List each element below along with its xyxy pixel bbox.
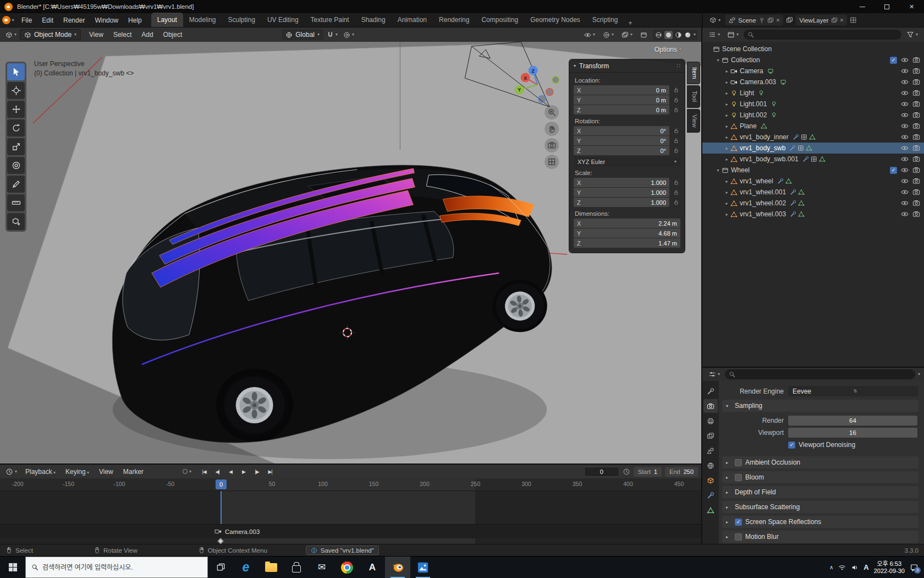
scale-z-field[interactable]: Z1.000 — [574, 198, 669, 207]
rotation-y-field[interactable]: Y0° — [574, 136, 669, 145]
viewport-samples-field[interactable]: 16 — [788, 428, 917, 438]
start-button[interactable] — [0, 557, 25, 578]
zoom-button[interactable] — [544, 105, 559, 119]
editor-type-button[interactable]: ▾ — [706, 29, 722, 40]
outliner-row[interactable]: ▸Camera — [702, 66, 924, 77]
taskbar-search[interactable] — [25, 557, 208, 578]
jump-start-button[interactable]: |◀ — [198, 467, 210, 477]
scene-selector[interactable]: Scene✕ — [725, 15, 783, 25]
visibility-toggle-icon[interactable] — [901, 166, 909, 174]
properties-options-icon[interactable]: ▾ — [918, 372, 920, 377]
tool-measure[interactable] — [7, 194, 25, 211]
lock-icon[interactable] — [672, 128, 680, 134]
collection-checkbox[interactable]: ✓ — [890, 57, 897, 64]
gizmo-neg-x[interactable] — [546, 89, 553, 96]
search-input[interactable] — [42, 564, 202, 571]
taskbar-app-photos[interactable] — [410, 557, 436, 578]
sidebar-tab-tool[interactable]: Tool — [687, 85, 700, 107]
shading-wireframe[interactable] — [655, 31, 662, 39]
current-frame-indicator[interactable]: 0 — [216, 479, 227, 489]
section-header[interactable]: ▾Sampling — [722, 400, 919, 412]
tool-scale[interactable] — [7, 138, 25, 155]
sidebar-tab-item[interactable]: Item — [687, 62, 700, 84]
tab-scripting[interactable]: Scripting — [586, 13, 624, 27]
maximize-button[interactable] — [875, 0, 899, 13]
expand-icon[interactable]: ▸ — [723, 102, 730, 107]
properties-tab-view-layer[interactable] — [703, 429, 718, 443]
options-dropdown[interactable]: Options▾ — [654, 46, 681, 53]
tool-annotate[interactable] — [7, 176, 25, 193]
menu-playback[interactable]: Playback ▾ — [20, 466, 61, 477]
lock-icon[interactable] — [672, 87, 680, 93]
visibility-toggle-icon[interactable] — [901, 56, 909, 64]
section-header[interactable]: ▸Motion Blur — [722, 531, 919, 543]
expand-icon[interactable]: ▾ — [714, 58, 722, 63]
expand-icon[interactable]: ▸ — [723, 146, 730, 151]
new-viewlayer-icon[interactable] — [831, 17, 838, 24]
tool-cursor[interactable] — [7, 82, 25, 99]
timeline-ruler[interactable]: -200-150-100-500501001502002503003504004… — [0, 478, 701, 491]
blender-menu-button[interactable]: ▾ — [0, 16, 16, 24]
tab-animation[interactable]: Animation — [392, 13, 433, 27]
tab-texture-paint[interactable]: Texture Paint — [305, 13, 355, 27]
outliner-row[interactable]: ▸vrv1_wheel.002 — [702, 198, 924, 209]
close-button[interactable]: ✕ — [899, 0, 924, 13]
timeline-tracks[interactable]: ▸ Camera.003 — [0, 491, 701, 544]
properties-tab-world[interactable] — [703, 459, 718, 472]
visibility-toggle-icon[interactable] — [901, 177, 909, 185]
editor-type-button[interactable]: ▾ — [706, 369, 722, 380]
visibility-toggle-icon[interactable] — [901, 100, 909, 108]
pin-icon[interactable] — [758, 17, 765, 24]
outliner-row[interactable]: ▸vrv1_wheel — [702, 176, 924, 187]
jump-end-button[interactable]: ▶| — [264, 467, 276, 477]
tab-rendering[interactable]: Rendering — [433, 13, 475, 27]
tab-layout[interactable]: Layout — [151, 13, 183, 27]
location-x-field[interactable]: X0 m — [574, 85, 669, 95]
scale-x-field[interactable]: X1.000 — [574, 178, 669, 187]
tab-geometry-nodes[interactable]: Geometry Nodes — [524, 13, 586, 27]
viewlayer-options-icon[interactable] — [850, 17, 857, 24]
menu-view[interactable]: View — [94, 466, 118, 477]
tab-compositing[interactable]: Compositing — [475, 13, 524, 27]
render-visibility-toggle-icon[interactable] — [912, 111, 920, 119]
outliner-row[interactable]: ▸Light.002 — [702, 110, 924, 121]
outliner-row[interactable]: ▸vrv1_body_inner — [702, 132, 924, 143]
menu-add[interactable]: Add — [136, 29, 158, 40]
outliner-row[interactable]: ▾Collection✓ — [702, 54, 924, 66]
section-header[interactable]: ▸✓Screen Space Reflections — [722, 516, 919, 528]
taskbar-app-edge[interactable]: e — [233, 557, 258, 578]
editor-type-button[interactable]: ▾ — [3, 29, 19, 40]
location-y-field[interactable]: Y0 m — [574, 95, 669, 105]
section-checkbox[interactable] — [735, 533, 742, 541]
render-visibility-toggle-icon[interactable] — [912, 188, 920, 196]
menu-select[interactable]: Select — [108, 29, 136, 40]
outliner-row[interactable]: ▸Camera.003 — [702, 77, 924, 88]
proportional-editing-toggle[interactable]: ▾ — [341, 29, 356, 40]
tab-modeling[interactable]: Modeling — [183, 13, 222, 27]
lock-icon[interactable] — [672, 199, 680, 205]
visibility-toggle-icon[interactable] — [901, 210, 909, 218]
expand-icon[interactable]: ▸ — [723, 157, 730, 162]
properties-tab-object[interactable] — [703, 473, 718, 487]
minimize-button[interactable] — [850, 0, 875, 13]
collection-checkbox[interactable]: ✓ — [890, 167, 897, 174]
visibility-toggle-icon[interactable] — [901, 133, 909, 141]
action-center-button[interactable]: 3 — [910, 563, 919, 572]
visibility-toggle-icon[interactable] — [901, 199, 909, 207]
outliner-row[interactable]: ▸vrv1_wheel.001 — [702, 187, 924, 198]
shading-solid[interactable] — [664, 31, 673, 39]
render-visibility-toggle-icon[interactable] — [912, 89, 920, 97]
section-header[interactable]: ▸Subsurface Scattering — [722, 501, 919, 513]
taskbar-app-explorer[interactable] — [258, 557, 284, 578]
outliner-row[interactable]: ▸Light.001 — [702, 99, 924, 110]
visibility-toggle-icon[interactable] — [901, 144, 909, 152]
outliner-search-input[interactable] — [744, 30, 901, 40]
viewport-3d[interactable]: Z X Y — [0, 42, 701, 464]
outliner-row[interactable]: ▸vrv1_body_swb — [702, 143, 924, 154]
rotation-mode-dropdown[interactable]: XYZ Euler▾ — [574, 157, 680, 166]
outliner-row[interactable]: ▸Plane — [702, 121, 924, 132]
taskbar-app-chrome[interactable] — [334, 557, 360, 578]
render-visibility-toggle-icon[interactable] — [912, 122, 920, 130]
auto-keying-toggle[interactable]: ▾ — [180, 466, 194, 477]
location-z-field[interactable]: Z0 m — [574, 105, 669, 114]
